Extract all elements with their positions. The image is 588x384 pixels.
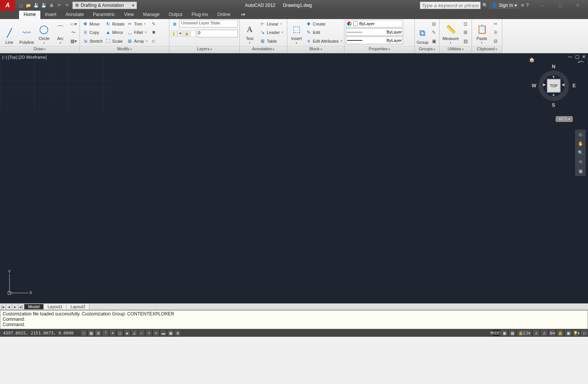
fillet-button[interactable]: ◡Fillet▾ <box>126 28 148 37</box>
layout-tab-layout1[interactable]: Layout1 <box>44 304 67 309</box>
viewcube[interactable]: TOP N S E W ▼ ▲ ▶ ◀ <box>531 63 577 109</box>
copy-button[interactable]: ⎘Copy <box>81 28 104 37</box>
nav-showmotion-icon[interactable]: ▣ <box>578 168 583 174</box>
viewport-label[interactable]: [−] [Top] [2D Wireframe] <box>2 55 46 59</box>
block-create-button[interactable]: ✚Create <box>305 20 343 28</box>
group-edit-icon[interactable]: ✎ <box>430 29 438 36</box>
match-icon[interactable]: ⊟ <box>492 37 499 45</box>
sb-hardware-icon[interactable]: ▣ <box>564 330 572 336</box>
panel-label-layers[interactable]: Layers <box>169 46 239 53</box>
drawing-area[interactable]: [−] [Top] [2D Wireframe] — ▢ ✕ 🏠 ⤺ TOP N… <box>0 53 588 303</box>
layer-icon-1[interactable]: ≣ <box>171 20 178 28</box>
sb-dyn-icon[interactable]: + <box>145 330 152 336</box>
layer-on-icon[interactable]: 💡 <box>171 30 177 37</box>
layer-selector[interactable]: 0 <box>197 30 238 37</box>
tab-output[interactable]: Output <box>164 11 187 19</box>
tab-expand-icon[interactable]: ▪▾ <box>236 11 249 19</box>
panel-label-properties[interactable]: Properties <box>344 46 414 53</box>
sb-lwt-icon[interactable]: ≡ <box>153 330 159 336</box>
coords-readout[interactable]: 4397.8015, 2151.0073, 0.0000 <box>0 331 76 336</box>
sb-otrack-icon[interactable]: ∠ <box>131 330 138 336</box>
close-icon[interactable]: ✕ <box>569 0 586 11</box>
sb-qp-icon[interactable]: ▣ <box>167 330 174 336</box>
viewcube-w[interactable]: W <box>532 83 536 88</box>
workspace-selector[interactable]: ⚙Drafting & Annotation▾ <box>72 2 137 9</box>
viewport-minimize-icon[interactable]: — <box>567 54 573 59</box>
arc-button[interactable]: ⌒Arc▾ <box>53 20 68 45</box>
mirror-button[interactable]: ▲Mirror <box>104 28 125 37</box>
edit-attributes-button[interactable]: ≡Edit Attributes▾ <box>305 37 343 45</box>
help-icon[interactable]: ? <box>526 3 529 8</box>
nav-zoom-icon[interactable]: 🔍 <box>578 150 583 155</box>
nav-wheel-icon[interactable]: ◎ <box>578 132 582 137</box>
tab-manage[interactable]: Manage <box>139 11 164 19</box>
search-dropdown-icon[interactable]: 🔍 <box>482 3 488 8</box>
dim-linear-button[interactable]: ⊢Linear▾ <box>259 20 284 28</box>
viewcube-e[interactable]: E <box>572 83 576 88</box>
saveas-icon[interactable]: 💾 <box>40 2 47 9</box>
sb-isolate-icon[interactable]: 💡▾ <box>572 330 580 336</box>
offset-icon[interactable]: ⊂ <box>150 37 158 45</box>
sb-sc-icon[interactable]: ⊕ <box>174 330 181 336</box>
signin-button[interactable]: 👤 Sign In ▾ <box>489 2 519 9</box>
sb-3dosnap-icon[interactable]: ◈ <box>124 330 131 336</box>
sb-polar-icon[interactable]: ✴ <box>109 330 116 336</box>
layout-tab-model[interactable]: Model <box>24 304 44 309</box>
block-edit-button[interactable]: ✎Edit <box>305 28 343 37</box>
search-input[interactable] <box>420 2 481 9</box>
line-button[interactable]: ╱Line <box>2 20 17 45</box>
viewcube-face[interactable]: TOP <box>547 79 561 93</box>
panel-label-draw[interactable]: Draw <box>0 46 80 53</box>
sb-osnap-icon[interactable]: ◻ <box>116 330 123 336</box>
util-icon-3[interactable]: ▤ <box>462 37 469 45</box>
explode-icon[interactable]: ✱ <box>150 29 158 36</box>
sb-ducs-icon[interactable]: ⌐ <box>138 330 145 336</box>
array-button[interactable]: ⊞Array▾ <box>126 37 148 45</box>
nav-pan-icon[interactable]: ✋ <box>578 141 583 146</box>
panel-label-annotation[interactable]: Annotation <box>240 46 287 53</box>
app-menu-button[interactable]: A <box>0 0 15 11</box>
rotate-button[interactable]: ↻Rotate <box>104 20 125 28</box>
sb-clean-icon[interactable]: ▭ <box>580 330 588 336</box>
maximize-icon[interactable]: ▢ <box>551 0 569 11</box>
leader-button[interactable]: ↘Leader▾ <box>259 28 284 37</box>
util-icon-2[interactable]: ⊞ <box>462 29 469 36</box>
layout-prev-icon[interactable]: ◂ <box>6 304 12 310</box>
layout-tab-layout2[interactable]: Layout2 <box>67 304 89 309</box>
panel-label-block[interactable]: Block <box>287 46 344 53</box>
tab-view[interactable]: View <box>120 11 139 19</box>
tab-annotate[interactable]: Annotate <box>61 11 88 19</box>
trim-button[interactable]: ✂Trim▾ <box>126 20 148 28</box>
ungroup-icon[interactable]: ⊟ <box>430 20 438 28</box>
panel-label-clipboard[interactable]: Clipboard <box>472 46 502 53</box>
cut-icon[interactable]: ✂ <box>492 20 499 28</box>
paste-button[interactable]: 📋Paste▾ <box>473 20 490 45</box>
spline-icon[interactable]: 〜 <box>70 29 77 36</box>
new-icon[interactable]: ▢ <box>18 2 24 9</box>
layout-first-icon[interactable]: |◂ <box>0 304 6 310</box>
table-button[interactable]: ⊞Table <box>259 37 284 45</box>
redo-icon[interactable]: ↷ <box>63 2 70 9</box>
viewcube-s[interactable]: S <box>552 102 555 108</box>
command-window[interactable]: Customization file loaded successfully. … <box>0 310 588 329</box>
hatch-icon[interactable]: ▦▾ <box>70 37 77 45</box>
sb-toolbar-lock-icon[interactable]: 🔒 <box>556 330 564 336</box>
minimize-icon[interactable]: — <box>534 0 551 11</box>
linetype-selector[interactable]: ByLayer <box>346 28 403 36</box>
viewcube-rotate-icon[interactable]: ⤺ <box>578 57 584 66</box>
tab-insert[interactable]: Insert <box>40 11 61 19</box>
tab-home[interactable]: Home <box>19 11 40 19</box>
rectangle-icon[interactable]: ▭▾ <box>70 20 77 28</box>
color-selector[interactable]: ByLayer <box>346 20 403 27</box>
sb-infer-icon[interactable]: ⊹ <box>80 330 87 336</box>
sb-quickview-icon[interactable]: ▦ <box>508 330 516 336</box>
copy-clip-icon[interactable]: ⎘ <box>492 29 499 36</box>
insert-button[interactable]: ⬚Insert▾ <box>289 20 304 45</box>
nav-orbit-icon[interactable]: ⟲ <box>578 159 582 165</box>
layout-next-icon[interactable]: ▸ <box>12 304 18 310</box>
layout-last-icon[interactable]: ▸| <box>18 304 24 310</box>
panel-label-groups[interactable]: Groups <box>415 46 439 53</box>
undo-icon[interactable]: ↶ <box>56 2 62 9</box>
layer-lock-icon[interactable]: 🔒 <box>184 30 190 37</box>
move-button[interactable]: ✥Move <box>81 20 104 28</box>
